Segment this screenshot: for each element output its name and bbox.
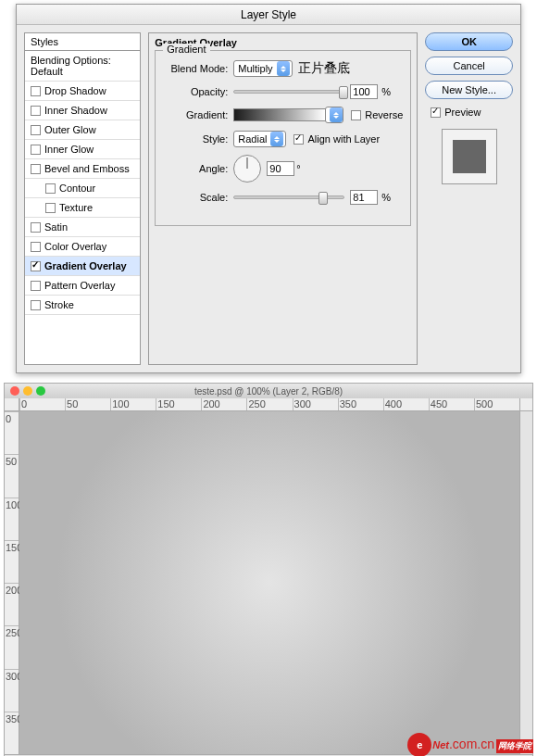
blend-mode-annotation: 正片叠底 [298,60,350,77]
select-arrows-icon [277,61,290,76]
style-item-inner-glow[interactable]: Inner Glow [25,140,140,159]
style-item-contour[interactable]: Contour [25,179,140,198]
gradient-overlay-panel: Gradient Overlay Gradient Blend Mode: Mu… [148,32,418,365]
angle-label: Angle: [163,163,228,174]
angle-input[interactable] [267,161,294,176]
style-item-label: Pattern Overlay [44,280,115,291]
style-item-texture[interactable]: Texture [25,198,140,218]
document-title: teste.psd @ 100% (Layer 2, RGB/8) [5,386,532,397]
watermark-logo: eNet.com.cn 网络学院 [407,733,533,756]
scale-input[interactable] [350,190,378,205]
align-checkbox[interactable] [293,134,304,145]
window-titlebar: teste.psd @ 100% (Layer 2, RGB/8) [5,384,532,398]
style-item-label: Satin [44,221,68,233]
style-checkbox[interactable] [31,300,41,310]
watermark: eNet.com.cn 网络学院 www.eNet.com.cn/eschool [0,733,537,756]
style-item-label: Bevel and Emboss [44,163,130,174]
gradient-fieldset: Gradient Blend Mode: Multiply 正片叠底 Opaci… [155,50,411,226]
document-window: teste.psd @ 100% (Layer 2, RGB/8) 050100… [4,383,533,756]
fieldset-label: Gradient [163,44,209,55]
style-select[interactable]: Radial [233,131,286,147]
style-checkbox[interactable] [31,106,41,116]
opacity-slider[interactable] [233,90,344,94]
style-checkbox[interactable] [31,125,41,135]
scale-slider[interactable] [233,195,344,199]
style-item-label: Inner Shadow [44,105,107,116]
opacity-input[interactable] [350,84,378,99]
style-item-label: Contour [59,183,95,194]
style-item-drop-shadow[interactable]: Drop Shadow [25,82,140,101]
styles-list: Blending Options: Default Drop ShadowInn… [24,50,141,365]
style-checkbox[interactable] [31,242,41,252]
style-item-label: Color Overlay [44,241,106,252]
style-checkbox[interactable] [31,145,41,155]
preview-swatch [442,129,497,184]
dialog-title: Layer Style [17,5,520,25]
opacity-label: Opacity: [163,86,228,97]
scale-row: Scale: % [163,190,403,205]
new-style-button[interactable]: New Style... [425,81,513,99]
blending-options-row[interactable]: Blending Options: Default [25,51,140,82]
style-item-label: Outer Glow [44,124,96,135]
ruler-origin[interactable] [5,398,19,411]
blend-mode-label: Blend Mode: [163,63,228,74]
style-item-label: Texture [59,202,93,213]
style-checkbox[interactable] [31,261,41,271]
angle-unit: ° [296,163,300,174]
preview-inner [453,140,486,173]
style-checkbox[interactable] [31,281,41,291]
style-item-label: Drop Shadow [44,85,106,96]
style-item-outer-glow[interactable]: Outer Glow [25,120,140,140]
style-item-inner-shadow[interactable]: Inner Shadow [25,101,140,120]
select-arrows-icon [330,107,343,122]
gradient-dropdown[interactable] [325,107,343,123]
style-item-label: Inner Glow [44,144,94,155]
style-item-satin[interactable]: Satin [25,218,140,237]
canvas-area: 050100150200250300350 [5,411,532,754]
style-label: Style: [163,133,228,145]
styles-header[interactable]: Styles [24,32,141,50]
angle-dial[interactable] [233,155,261,183]
preview-toggle[interactable]: Preview [425,107,513,118]
style-checkbox[interactable] [31,222,41,233]
layer-style-dialog: Layer Style Styles Blending Options: Def… [16,4,521,373]
gradient-row: Gradient: Reverse [163,107,403,123]
style-item-gradient-overlay[interactable]: Gradient Overlay [25,257,140,276]
gradient-label: Gradient: [163,109,228,120]
style-checkbox[interactable] [31,86,41,96]
style-checkbox[interactable] [45,203,56,213]
style-item-pattern-overlay[interactable]: Pattern Overlay [25,276,140,296]
scrollbar-vertical[interactable] [519,411,532,754]
blend-mode-select[interactable]: Multiply [233,60,292,77]
preview-checkbox[interactable] [431,107,441,118]
style-item-color-overlay[interactable]: Color Overlay [25,237,140,257]
opacity-unit: % [381,86,391,97]
cancel-button[interactable]: Cancel [425,57,513,75]
canvas[interactable] [19,411,519,754]
style-checkbox[interactable] [45,183,56,194]
ruler-vertical[interactable]: 050100150200250300350 [5,411,19,754]
styles-panel: Styles Blending Options: Default Drop Sh… [24,32,141,365]
ruler-horizontal[interactable]: 050100150200250300350400450500 [19,398,519,411]
select-arrows-icon [270,132,283,146]
blend-mode-row: Blend Mode: Multiply 正片叠底 [163,60,403,77]
align-label: Align with Layer [307,133,380,145]
scale-unit: % [381,192,391,203]
dialog-body: Styles Blending Options: Default Drop Sh… [17,25,520,372]
preview-label: Preview [444,107,481,118]
style-row: Style: Radial Align with Layer [163,131,403,147]
angle-row: Angle: ° [163,155,403,183]
style-item-label: Gradient Overlay [44,260,127,271]
ok-button[interactable]: OK [425,32,513,51]
style-item-stroke[interactable]: Stroke [25,296,140,315]
style-checkbox[interactable] [31,164,41,174]
dialog-buttons: OK Cancel New Style... Preview [425,32,513,365]
style-item-bevel-and-emboss[interactable]: Bevel and Emboss [25,159,140,179]
reverse-label: Reverse [365,109,403,120]
style-item-label: Stroke [44,299,74,310]
scale-label: Scale: [163,192,228,203]
reverse-checkbox[interactable] [351,110,361,120]
opacity-row: Opacity: % [163,84,403,99]
gradient-swatch[interactable] [233,108,326,121]
